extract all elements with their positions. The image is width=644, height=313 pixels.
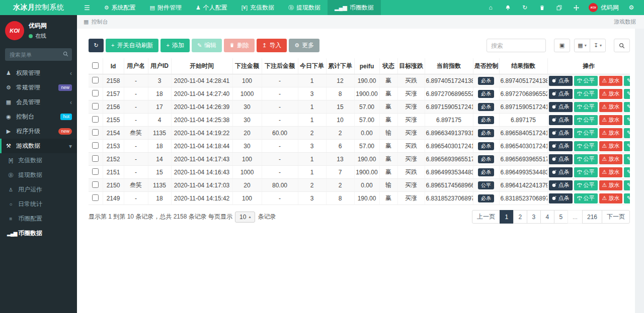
columns-button[interactable]: ▦▾ — [574, 39, 590, 52]
sidebar-subitem-daily-stats[interactable]: ○日常统计 — [0, 197, 77, 212]
tab-profile-config[interactable]: ♟个人配置 — [189, 0, 234, 15]
fair-button[interactable]: 公平 — [574, 193, 598, 203]
add-button[interactable]: +添加 — [160, 39, 189, 52]
edit-row-button[interactable]: ✎ — [624, 167, 630, 177]
fair-button[interactable]: 公平 — [574, 180, 598, 190]
row-checkbox[interactable] — [92, 129, 99, 136]
row-checkbox[interactable] — [92, 155, 99, 162]
clear-cache-button[interactable] — [533, 0, 550, 15]
select-all-checkbox[interactable] — [92, 62, 99, 69]
fair-button[interactable]: 公平 — [574, 102, 598, 112]
drain-button[interactable]: ⚠放水 — [599, 167, 623, 177]
toggle-pagination-button[interactable]: ▣ — [554, 39, 570, 52]
fair-button[interactable]: 公平 — [574, 167, 598, 177]
kill-button[interactable]: 点杀 — [549, 128, 573, 138]
row-checkbox[interactable] — [92, 168, 99, 175]
row-checkbox[interactable] — [92, 142, 99, 149]
page-button-2[interactable]: 2 — [513, 210, 527, 224]
sidebar-item-permissions[interactable]: ♟权限管理‹ — [0, 66, 77, 80]
sidebar-subitem-recharge-data[interactable]: [¥]充值数据 — [0, 153, 77, 168]
fair-button[interactable]: 公平 — [574, 141, 598, 151]
drain-button[interactable]: ⚠放水 — [599, 76, 623, 86]
kill-button[interactable]: 点杀 — [549, 167, 573, 177]
tab-system-config[interactable]: ⚙系统配置 — [97, 0, 143, 15]
row-checkbox[interactable] — [92, 103, 99, 110]
fullscreen-button[interactable] — [568, 0, 585, 15]
kill-button[interactable]: 点杀 — [549, 76, 573, 86]
prev-page-button[interactable]: 上一页 — [472, 210, 500, 224]
more-button[interactable]: ⚙更多 — [289, 39, 319, 52]
next-page-button[interactable]: 下一页 — [602, 210, 630, 224]
edit-row-button[interactable]: ✎ — [624, 89, 630, 99]
page-button-5[interactable]: 5 — [554, 210, 568, 224]
sidebar-subitem-coin-config[interactable]: ≡币圈配置 — [0, 212, 77, 226]
search-button[interactable] — [614, 39, 630, 52]
kill-button[interactable]: 点杀 — [549, 89, 573, 99]
page-button-216[interactable]: 216 — [582, 210, 602, 224]
row-checkbox[interactable] — [92, 181, 99, 188]
per-page-select[interactable]: 10 ▴ — [235, 212, 255, 223]
settings-button[interactable]: ⚙ — [623, 0, 640, 15]
drain-button[interactable]: ⚠放水 — [599, 141, 623, 151]
drain-button[interactable]: ⚠放水 — [599, 102, 623, 112]
tab-attachments[interactable]: ▤附件管理 — [143, 0, 189, 15]
fair-button[interactable]: 公平 — [574, 76, 598, 86]
sidebar-item-console[interactable]: ◉控制台hot — [0, 110, 77, 124]
row-checkbox[interactable] — [92, 194, 99, 201]
edit-row-button[interactable]: ✎ — [624, 128, 630, 138]
edit-row-button[interactable]: ✎ — [624, 180, 630, 190]
export-button[interactable]: ↧▾ — [590, 39, 606, 52]
kill-button[interactable]: 点杀 — [549, 141, 573, 151]
kill-button[interactable]: 点杀 — [549, 180, 573, 190]
edit-row-button[interactable]: ✎ — [624, 193, 630, 203]
notifications-button[interactable] — [499, 0, 516, 15]
fair-button[interactable]: 公平 — [574, 89, 598, 99]
edit-row-button[interactable]: ✎ — [624, 115, 630, 125]
kill-button[interactable]: 点杀 — [549, 115, 573, 125]
tab-recharge-data[interactable]: [¥]充值数据 — [234, 0, 281, 15]
sidebar-item-game-data[interactable]: ⚒游戏数据▾ — [0, 139, 77, 153]
drain-button[interactable]: ⚠放水 — [599, 115, 623, 125]
sidebar-subitem-withdraw-data[interactable]: Ⓑ提现数据 — [0, 168, 77, 182]
sidebar-toggle-button[interactable]: ☰ — [77, 0, 97, 15]
copy-button[interactable] — [550, 0, 568, 15]
row-checkbox[interactable] — [92, 90, 99, 96]
delete-button[interactable]: 删除 — [224, 39, 255, 52]
kill-button[interactable]: 点杀 — [549, 154, 573, 164]
drain-button[interactable]: ⚠放水 — [599, 154, 623, 164]
refresh-page-button[interactable]: ↻ — [516, 0, 533, 15]
drain-button[interactable]: ⚠放水 — [599, 128, 623, 138]
sidebar-item-general[interactable]: ⚙常规管理new — [0, 80, 77, 95]
fair-button[interactable]: 公平 — [574, 115, 598, 125]
edit-button[interactable]: ✎编辑 — [192, 39, 222, 52]
page-button-4[interactable]: 4 — [540, 210, 554, 224]
kill-button[interactable]: 点杀 — [549, 193, 573, 203]
page-button-3[interactable]: 3 — [527, 210, 541, 224]
topbar-user-menu[interactable]: KOI 优码网 — [585, 3, 623, 12]
sidebar-item-members[interactable]: ▦会员管理‹ — [0, 95, 77, 110]
fair-button[interactable]: 公平 — [574, 128, 598, 138]
drain-button[interactable]: ⚠放水 — [599, 180, 623, 190]
tab-coin-data[interactable]: ▂▄▆币圈数据 — [328, 0, 381, 15]
edit-row-button[interactable]: ✎ — [624, 141, 630, 151]
page-button-1[interactable]: 1 — [500, 210, 514, 224]
fair-button[interactable]: 公平 — [574, 154, 598, 164]
import-button[interactable]: ↥导入 — [257, 39, 287, 52]
edit-row-button[interactable]: ✎ — [624, 76, 630, 86]
sidebar-subitem-coin-data[interactable]: ▂▄▆币圈数据 — [0, 226, 77, 241]
kill-button[interactable]: 点杀 — [549, 102, 573, 112]
sidebar-subitem-user-ops[interactable]: ♙用户运作 — [0, 182, 77, 197]
sidebar-item-upgrade[interactable]: ▶程序升级new — [0, 124, 77, 139]
sidebar-search-input[interactable] — [5, 48, 72, 61]
row-checkbox[interactable] — [92, 77, 99, 83]
edit-row-button[interactable]: ✎ — [624, 154, 630, 164]
drain-button[interactable]: ⚠放水 — [599, 193, 623, 203]
refresh-table-button[interactable]: ↻ — [89, 39, 104, 52]
edit-row-button[interactable]: ✎ — [624, 102, 630, 112]
row-checkbox[interactable] — [92, 116, 99, 123]
table-search-input[interactable] — [487, 39, 546, 52]
auto-refresh-toggle-button[interactable]: +开关自动刷新 — [106, 39, 158, 52]
drain-button[interactable]: ⚠放水 — [599, 89, 623, 99]
home-button[interactable]: ⌂ — [482, 0, 499, 15]
tab-withdraw-data[interactable]: Ⓑ提现数据 — [281, 0, 328, 15]
